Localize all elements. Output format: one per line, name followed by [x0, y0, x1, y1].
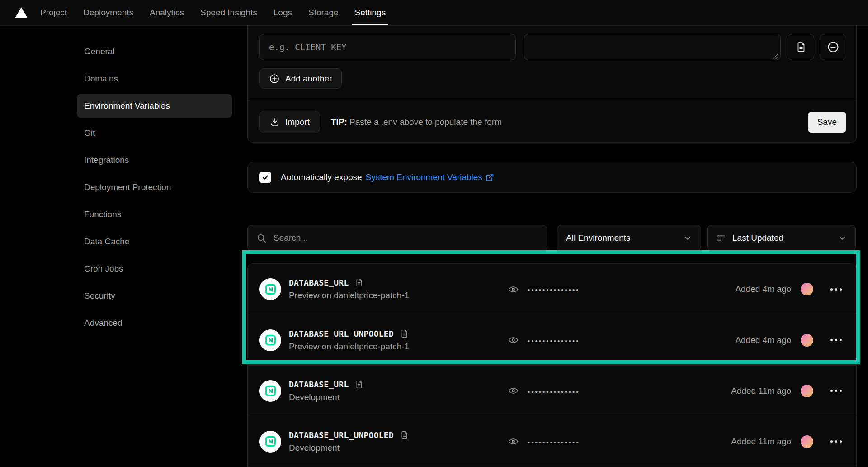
added-timestamp: Added 4m ago — [735, 335, 791, 345]
reveal-value-eye-icon[interactable] — [508, 334, 519, 346]
nav-item-analytics[interactable]: Analytics — [150, 0, 184, 25]
vercel-logo[interactable] — [15, 0, 28, 25]
import-tip: TIP: Paste a .env above to populate the … — [331, 117, 502, 127]
user-avatar[interactable] — [801, 385, 813, 397]
added-timestamp: Added 4m ago — [735, 284, 791, 294]
top-nav: Project Deployments Analytics Speed Insi… — [0, 0, 868, 26]
copy-note-icon[interactable] — [354, 278, 364, 287]
env-key-input[interactable] — [259, 34, 516, 60]
nav-item-project[interactable]: Project — [40, 0, 67, 25]
copy-note-icon[interactable] — [400, 430, 409, 440]
masked-value: •••••••••••••• — [528, 437, 580, 446]
env-var-row[interactable]: DATABASE_URL_UNPOOLED Development ••••••… — [248, 416, 856, 467]
plus-circle-icon — [269, 73, 280, 84]
search-box[interactable] — [247, 225, 547, 251]
user-avatar[interactable] — [801, 283, 813, 295]
row-actions-menu-button[interactable] — [830, 286, 843, 293]
tip-label: TIP: — [331, 117, 347, 127]
chevron-down-icon — [838, 234, 847, 243]
sidebar-item-environment-variables[interactable]: Environment Variables — [77, 94, 232, 118]
sort-lines-icon — [716, 233, 726, 243]
masked-value: •••••••••••••• — [528, 386, 580, 396]
neon-integration-badge — [259, 329, 281, 351]
env-var-environment: Preview on danieltprice-patch-1 — [289, 291, 409, 300]
env-var-environment: Development — [289, 443, 409, 453]
env-value-input[interactable] — [524, 34, 781, 60]
minus-circle-icon — [827, 41, 840, 53]
download-icon — [270, 117, 280, 127]
system-env-link-text: System Environment Variables — [366, 172, 482, 182]
nav-item-settings[interactable]: Settings — [355, 0, 386, 25]
settings-sidebar: General Domains Environment Variables Gi… — [0, 26, 247, 467]
env-var-row[interactable]: DATABASE_URL Preview on danieltprice-pat… — [248, 264, 856, 315]
neon-integration-badge — [259, 278, 281, 300]
search-icon — [256, 233, 267, 243]
neon-logo-icon — [264, 334, 277, 346]
user-avatar[interactable] — [801, 435, 813, 448]
sidebar-item-cron-jobs[interactable]: Cron Jobs — [77, 257, 232, 281]
env-var-name: DATABASE_URL — [289, 380, 349, 389]
sort-filter-value: Last Updated — [732, 233, 831, 243]
nav-item-speed-insights[interactable]: Speed Insights — [200, 0, 257, 25]
add-another-button[interactable]: Add another — [259, 68, 342, 89]
env-var-form-card: Add another Import TIP: Paste a .env abo… — [247, 26, 857, 143]
vercel-triangle-icon — [15, 7, 28, 18]
resize-handle-icon[interactable] — [773, 53, 778, 59]
file-icon — [795, 41, 807, 53]
nav-item-deployments[interactable]: Deployments — [83, 0, 133, 25]
row-actions-menu-button[interactable] — [830, 438, 843, 445]
system-env-variables-link[interactable]: System Environment Variables — [366, 172, 494, 182]
row-actions-menu-button[interactable] — [830, 387, 843, 395]
user-avatar[interactable] — [801, 334, 813, 347]
row-actions-menu-button[interactable] — [830, 336, 843, 344]
env-var-environment: Development — [289, 392, 364, 402]
sidebar-item-advanced[interactable]: Advanced — [77, 311, 232, 335]
masked-value: •••••••••••••• — [528, 336, 580, 345]
copy-note-icon[interactable] — [354, 380, 364, 389]
filter-row: All Environments Last Updated — [247, 225, 857, 251]
environment-filter-select[interactable]: All Environments — [557, 225, 701, 251]
checkmark-icon — [262, 174, 269, 181]
import-button[interactable]: Import — [259, 111, 320, 133]
env-variables-table: DATABASE_URL Preview on danieltprice-pat… — [247, 263, 857, 467]
neon-integration-badge — [259, 431, 281, 453]
env-var-name: DATABASE_URL_UNPOOLED — [289, 329, 394, 338]
expose-checkbox[interactable] — [259, 172, 271, 183]
paste-env-file-button[interactable] — [788, 34, 814, 60]
sidebar-item-data-cache[interactable]: Data Cache — [77, 230, 232, 253]
sort-filter-select[interactable]: Last Updated — [707, 225, 856, 251]
external-link-icon — [485, 173, 494, 182]
reveal-value-eye-icon[interactable] — [508, 436, 519, 447]
reveal-value-eye-icon[interactable] — [508, 284, 519, 295]
tip-text: Paste a .env above to populate the form — [347, 117, 502, 127]
neon-integration-badge — [259, 380, 281, 402]
system-env-card: Automatically expose System Environment … — [247, 162, 857, 193]
neon-logo-icon — [264, 385, 277, 397]
chevron-down-icon — [683, 234, 692, 243]
sidebar-item-integrations[interactable]: Integrations — [77, 148, 232, 172]
environment-filter-value: All Environments — [566, 233, 677, 243]
env-var-environment: Preview on danieltprice-patch-1 — [289, 342, 409, 352]
env-var-row[interactable]: DATABASE_URL_UNPOOLED Preview on danielt… — [248, 315, 856, 365]
sidebar-item-security[interactable]: Security — [77, 284, 232, 308]
neon-logo-icon — [264, 435, 277, 448]
expose-text: Automatically expose — [281, 172, 362, 182]
sidebar-item-domains[interactable]: Domains — [77, 67, 232, 91]
nav-item-storage[interactable]: Storage — [308, 0, 339, 25]
reveal-value-eye-icon[interactable] — [508, 385, 519, 396]
search-input[interactable] — [274, 233, 538, 243]
env-var-row[interactable]: DATABASE_URL Development •••••••••••••• — [248, 365, 856, 416]
sidebar-item-functions[interactable]: Functions — [77, 203, 232, 226]
sidebar-item-git[interactable]: Git — [77, 121, 232, 145]
added-timestamp: Added 11m ago — [731, 386, 791, 396]
remove-row-button[interactable] — [820, 34, 846, 60]
env-var-name: DATABASE_URL — [289, 278, 349, 287]
import-label: Import — [285, 117, 310, 127]
copy-note-icon[interactable] — [400, 329, 409, 338]
nav-item-logs[interactable]: Logs — [274, 0, 292, 25]
neon-logo-icon — [264, 283, 277, 295]
add-another-label: Add another — [285, 74, 332, 84]
save-button[interactable]: Save — [808, 112, 846, 133]
sidebar-item-deployment-protection[interactable]: Deployment Protection — [77, 176, 232, 199]
sidebar-item-general[interactable]: General — [77, 40, 232, 63]
